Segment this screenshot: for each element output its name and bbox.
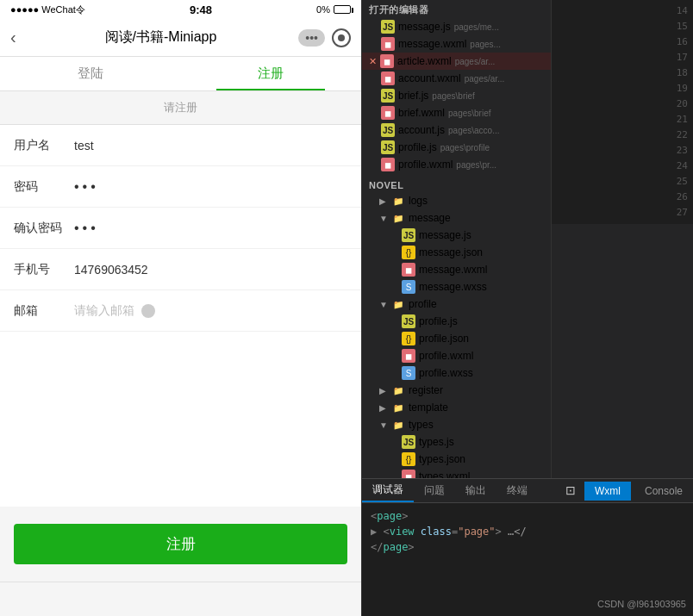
open-files-list: JSmessage.jspages/me...◼message.wxmlpage…	[362, 18, 551, 173]
tree-item-profile[interactable]: ▼📁profile	[362, 296, 551, 313]
tree-item-message_wxml[interactable]: ◼message.wxml	[362, 261, 551, 278]
folder-arrow-icon[interactable]: ▶	[379, 386, 391, 395]
tree-item-label: types	[409, 419, 434, 431]
open-file-brief_wxml[interactable]: ◼brief.wxmlpages\brief	[362, 104, 551, 121]
tree-item-profile_json[interactable]: {}profile.json	[362, 330, 551, 347]
open-file-account_wxml[interactable]: ◼account.wxmlpages/ar...	[362, 70, 551, 87]
debug-tab-output[interactable]: 输出	[455, 479, 496, 502]
tab-register[interactable]: 注册	[181, 57, 362, 90]
form-row-username: 用户名 test	[0, 125, 361, 166]
back-button[interactable]: ‹	[10, 28, 16, 47]
wxml-icon: ◼	[381, 72, 395, 85]
tree-item-logs[interactable]: ▶📁logs	[362, 192, 551, 209]
folder-icon: 📁	[391, 211, 405, 225]
js-icon: JS	[381, 140, 395, 154]
label-phone: 手机号	[14, 262, 74, 277]
status-time: 9:48	[190, 3, 212, 16]
tab-login[interactable]: 登陆	[0, 57, 181, 90]
open-file-brief_js[interactable]: JSbrief.jspages\brief	[362, 87, 551, 104]
line-number: 22	[677, 128, 688, 143]
wxml-icon: ◼	[381, 37, 395, 51]
tree-item-label: profile.wxss	[419, 367, 473, 379]
tree-item-template[interactable]: ▶📁template	[362, 399, 551, 416]
open-file-profile_js[interactable]: JSprofile.jspages\profile	[362, 139, 551, 156]
email-bubble-icon	[141, 304, 155, 318]
tree-item-register[interactable]: ▶📁register	[362, 382, 551, 399]
tree-item-label: message.js	[419, 229, 471, 241]
form-header: 请注册	[0, 91, 361, 125]
file-path: pages/ar...	[455, 57, 496, 66]
input-confirm-password[interactable]: •••	[74, 221, 347, 236]
debug-line-1: <page>	[371, 508, 684, 524]
folder-arrow-icon[interactable]: ▶	[379, 403, 391, 413]
wxml-icon: ◼	[381, 158, 395, 171]
folder-icon: 📁	[391, 418, 405, 432]
js-file-icon: JS	[402, 435, 415, 449]
close-file-icon[interactable]: ✕	[369, 56, 377, 67]
tree-item-message_js[interactable]: JSmessage.js	[362, 227, 551, 244]
file-name: message.js	[398, 21, 451, 33]
open-file-profile_wxml[interactable]: ◼profile.wxmlpages\pr...	[362, 156, 551, 173]
nav-dots-button[interactable]: •••	[298, 29, 325, 47]
line-number: 23	[677, 143, 688, 159]
folder-arrow-icon[interactable]: ▼	[379, 300, 391, 309]
register-button[interactable]: 注册	[14, 524, 347, 564]
tree-item-label: logs	[409, 195, 428, 207]
email-field-wrap[interactable]: 请输入邮箱	[74, 303, 155, 319]
file-name: profile.wxml	[398, 159, 453, 171]
debug-actions: ⊡ Wxml Console	[560, 482, 693, 501]
tree-item-profile_wxss[interactable]: Sprofile.wxss	[362, 364, 551, 382]
file-tree-panel: 打开的编辑器 JSmessage.jspages/me...◼message.w…	[362, 0, 552, 478]
csdn-watermark: CSDN @l961903965	[597, 599, 686, 609]
tree-item-message[interactable]: ▼📁message	[362, 209, 551, 227]
battery-icon	[334, 5, 351, 14]
input-password[interactable]: •••	[74, 179, 347, 195]
open-file-message_wxml[interactable]: ◼message.wxmlpages...	[362, 35, 551, 53]
tabs: 登陆 注册	[0, 57, 361, 91]
folder-arrow-icon[interactable]: ▶	[379, 196, 391, 206]
label-password: 密码	[14, 179, 74, 195]
wxml-icon: ◼	[381, 106, 395, 120]
debug-tab-debugger[interactable]: 调试器	[362, 479, 414, 502]
novel-section-label: NOVEL	[362, 177, 551, 192]
tree-item-types_wxml[interactable]: ◼types.wxml	[362, 468, 551, 478]
expand-arrow[interactable]: ▶	[371, 526, 383, 538]
tree-item-types[interactable]: ▼📁types	[362, 416, 551, 433]
tree-item-label: types.wxml	[419, 470, 470, 478]
tree-item-profile_wxml[interactable]: ◼profile.wxml	[362, 347, 551, 364]
register-button-wrap: 注册	[0, 507, 361, 582]
folder-icon: 📁	[391, 194, 405, 208]
open-file-article_wxml[interactable]: ✕◼article.wxmlpages/ar...	[362, 53, 551, 70]
tree-item-label: profile.json	[419, 333, 469, 345]
folder-arrow-icon[interactable]: ▼	[379, 420, 391, 430]
input-username[interactable]: test	[74, 139, 347, 152]
tree-item-types_js[interactable]: JStypes.js	[362, 433, 551, 451]
split-editor-icon[interactable]: ⊡	[560, 482, 581, 501]
js-icon: JS	[381, 123, 395, 137]
console-tab[interactable]: Console	[634, 482, 693, 501]
json-file-icon: {}	[402, 452, 415, 466]
tree-item-types_json[interactable]: {}types.json	[362, 451, 551, 468]
status-signal: ●●●●● WeChat令	[10, 3, 85, 16]
open-file-message_js[interactable]: JSmessage.jspages/me...	[362, 18, 551, 35]
tree-item-message_json[interactable]: {}message.json	[362, 244, 551, 261]
line-number: 16	[677, 34, 688, 50]
open-file-account_js[interactable]: JSaccount.jspages\acco...	[362, 121, 551, 139]
input-email[interactable]: 请输入邮箱	[74, 303, 134, 319]
line-number: 17	[677, 50, 688, 65]
tree-item-label: message.wxss	[419, 281, 487, 293]
tree-item-profile_js[interactable]: JSprofile.js	[362, 313, 551, 330]
debug-tab-problems[interactable]: 问题	[414, 479, 455, 502]
tree-item-message_wxss[interactable]: Smessage.wxss	[362, 278, 551, 296]
debug-tabs: 调试器 问题 输出 终端 ⊡ Wxml Console	[362, 479, 693, 503]
line-number: 14	[677, 3, 688, 19]
wxml-button[interactable]: Wxml	[584, 482, 631, 501]
label-confirm-password: 确认密码	[14, 221, 74, 236]
file-path: pages/me...	[454, 22, 499, 32]
folder-arrow-icon[interactable]: ▼	[379, 214, 391, 223]
file-path: pages\brief	[432, 91, 474, 101]
tree-item-label: register	[409, 384, 443, 396]
input-phone[interactable]: 14769063452	[74, 263, 347, 277]
nav-circle-button[interactable]	[332, 28, 351, 47]
debug-tab-terminal[interactable]: 终端	[496, 479, 538, 502]
